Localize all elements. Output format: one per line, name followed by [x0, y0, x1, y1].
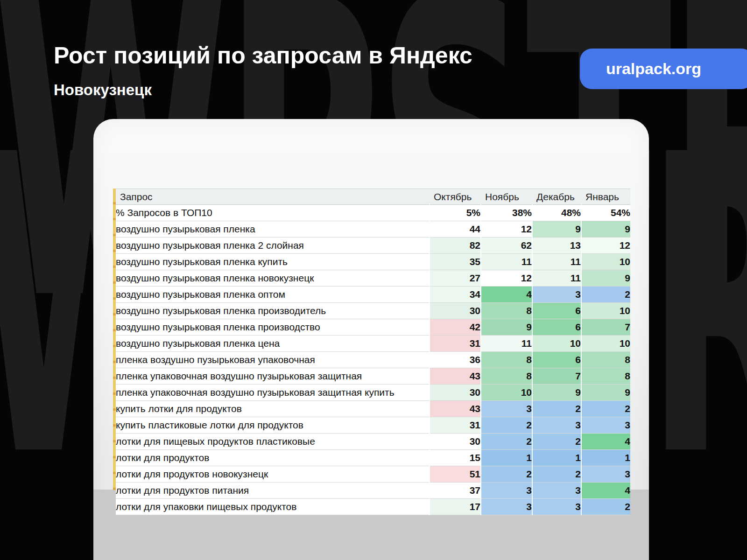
- page-title: Рост позиций по запросам в Яндекс: [54, 41, 472, 70]
- value-cell: 2: [581, 499, 630, 515]
- table-row: купить пластиковые лотки для продуктов31…: [116, 417, 630, 434]
- table-header-row: ЗапросОктябрьНоябрьДекабрьЯнварь: [116, 189, 630, 205]
- value-cell: 1: [581, 450, 630, 466]
- value-cell: 27: [430, 270, 481, 287]
- value-cell: 3: [581, 466, 630, 483]
- query-cell: лотки для продуктов питания: [116, 483, 430, 499]
- table-row: пленка воздушно пузырьковая упаковочная3…: [116, 352, 630, 368]
- value-cell: 3: [581, 417, 630, 434]
- query-cell: лотки для продуктов новокузнецк: [116, 466, 430, 483]
- value-cell: 11: [481, 336, 532, 352]
- table-row: лотки для продуктов новокузнецк51223: [116, 466, 630, 483]
- table-row: воздушно пузырьковая пленка купить351111…: [116, 254, 630, 270]
- value-cell: 6: [532, 352, 581, 368]
- value-cell: 31: [430, 417, 481, 434]
- positions-table: ЗапросОктябрьНоябрьДекабрьЯнварь % Запро…: [116, 189, 630, 515]
- value-cell: 3: [532, 287, 581, 303]
- value-cell: 48%: [532, 205, 581, 221]
- value-cell: 34: [430, 287, 481, 303]
- value-cell: 35: [430, 254, 481, 270]
- value-cell: 2: [481, 466, 532, 483]
- value-cell: 4: [581, 434, 630, 450]
- value-cell: 8: [581, 368, 630, 385]
- site-url-badge[interactable]: uralpack.org: [580, 49, 747, 89]
- value-cell: 3: [532, 483, 581, 499]
- value-cell: 82: [430, 238, 481, 254]
- value-cell: 2: [481, 434, 532, 450]
- value-cell: 15: [430, 450, 481, 466]
- value-cell: 62: [481, 238, 532, 254]
- value-cell: 11: [481, 254, 532, 270]
- value-cell: 6: [532, 319, 581, 336]
- table-row: воздушно пузырьковая пленка441299: [116, 221, 630, 238]
- column-header-query: Запрос: [116, 189, 430, 205]
- value-cell: 4: [581, 483, 630, 499]
- value-cell: 1: [532, 450, 581, 466]
- query-cell: купить пластиковые лотки для продуктов: [116, 417, 430, 434]
- value-cell: 12: [581, 238, 630, 254]
- value-cell: 2: [581, 287, 630, 303]
- query-cell: воздушно пузырьковая пленка оптом: [116, 287, 430, 303]
- value-cell: 31: [430, 336, 481, 352]
- value-cell: 10: [581, 336, 630, 352]
- column-header-month: Октябрь: [430, 189, 481, 205]
- value-cell: 3: [532, 417, 581, 434]
- query-cell: купить лотки для продуктов: [116, 401, 430, 417]
- value-cell: 12: [481, 270, 532, 287]
- value-cell: 9: [532, 385, 581, 401]
- query-cell: пленка упаковочная воздушно пузырьковая …: [116, 385, 430, 401]
- value-cell: 4: [481, 287, 532, 303]
- value-cell: 2: [532, 466, 581, 483]
- value-cell: 9: [581, 221, 630, 238]
- column-header-month: Ноябрь: [481, 189, 532, 205]
- query-cell: воздушно пузырьковая пленка новокузнецк: [116, 270, 430, 287]
- query-cell: % Запросов в ТОП10: [116, 205, 430, 221]
- value-cell: 11: [532, 254, 581, 270]
- value-cell: 8: [481, 303, 532, 319]
- query-cell: воздушно пузырьковая пленка производител…: [116, 303, 430, 319]
- query-cell: лотки для пищевых продуктов пластиковые: [116, 434, 430, 450]
- table-row: воздушно пузырьковая пленка производител…: [116, 303, 630, 319]
- value-cell: 12: [481, 221, 532, 238]
- table-row: пленка упаковочная воздушно пузырьковая …: [116, 385, 630, 401]
- query-cell: воздушно пузырьковая пленка купить: [116, 254, 430, 270]
- table-row: пленка упаковочная воздушно пузырьковая …: [116, 368, 630, 385]
- value-cell: 2: [532, 434, 581, 450]
- table-row: лотки для пищевых продуктов пластиковые3…: [116, 434, 630, 450]
- query-cell: воздушно пузырьковая пленка производство: [116, 319, 430, 336]
- value-cell: 43: [430, 401, 481, 417]
- value-cell: 37: [430, 483, 481, 499]
- table-row: воздушно пузырьковая пленка оптом34432: [116, 287, 630, 303]
- table-body: % Запросов в ТОП105%38%48%54%воздушно пу…: [116, 205, 630, 515]
- value-cell: 17: [430, 499, 481, 515]
- value-cell: 3: [481, 483, 532, 499]
- value-cell: 13: [532, 238, 581, 254]
- value-cell: 11: [532, 270, 581, 287]
- value-cell: 7: [532, 368, 581, 385]
- value-cell: 2: [532, 401, 581, 417]
- value-cell: 6: [532, 303, 581, 319]
- value-cell: 43: [430, 368, 481, 385]
- query-cell: воздушно пузырьковая пленка: [116, 221, 430, 238]
- query-cell: лотки для упаковки пищевых продуктов: [116, 499, 430, 515]
- table-row: лотки для продуктов питания37334: [116, 483, 630, 499]
- spreadsheet-card: ЗапросОктябрьНоябрьДекабрьЯнварь % Запро…: [93, 119, 649, 560]
- value-cell: 38%: [481, 205, 532, 221]
- value-cell: 30: [430, 434, 481, 450]
- table-row: купить лотки для продуктов43322: [116, 401, 630, 417]
- value-cell: 2: [481, 417, 532, 434]
- query-cell: воздушно пузырьковая пленка 2 слойная: [116, 238, 430, 254]
- query-cell: лотки для продуктов: [116, 450, 430, 466]
- value-cell: 1: [481, 450, 532, 466]
- value-cell: 36: [430, 352, 481, 368]
- row-marker-strip: [113, 189, 116, 490]
- value-cell: 9: [481, 319, 532, 336]
- value-cell: 9: [532, 221, 581, 238]
- column-header-month: Январь: [581, 189, 630, 205]
- value-cell: 42: [430, 319, 481, 336]
- table-row: воздушно пузырьковая пленка 2 слойная826…: [116, 238, 630, 254]
- query-cell: воздушно пузырьковая пленка цена: [116, 336, 430, 352]
- value-cell: 30: [430, 303, 481, 319]
- value-cell: 54%: [581, 205, 630, 221]
- table-row: воздушно пузырьковая пленка цена31111010: [116, 336, 630, 352]
